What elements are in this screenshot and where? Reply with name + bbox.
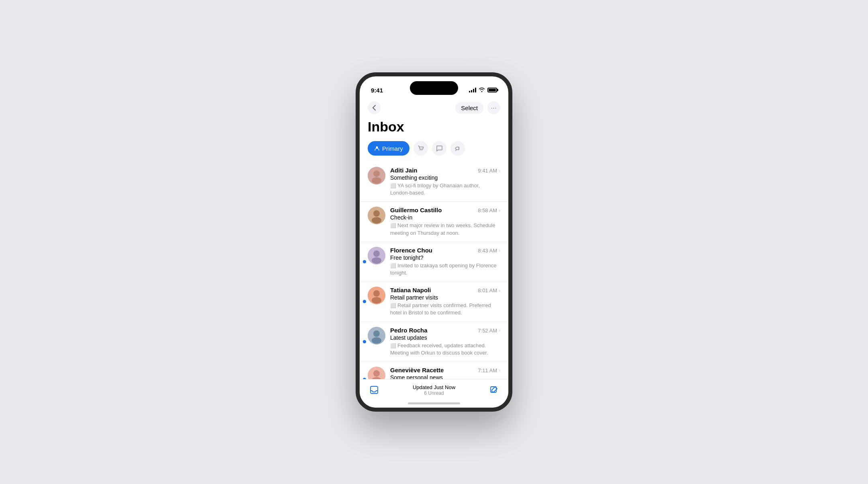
svg-point-13: [373, 290, 380, 297]
email-time-5: 7:52 AM: [478, 328, 497, 334]
compose-icon[interactable]: [487, 384, 500, 396]
email-meta-4: 8:01 AM ›: [478, 287, 500, 293]
email-content-1: Aditi Jain 9:41 AM › Something exciting …: [390, 167, 500, 197]
email-item-3[interactable]: Florence Chou 8:43 AM › Free tonight? ⬜I…: [360, 242, 508, 282]
select-button[interactable]: Select: [455, 102, 483, 114]
svg-point-8: [372, 217, 381, 224]
nav-actions: Select ···: [455, 101, 500, 114]
phone-inner: 9:41: [360, 76, 508, 408]
email-item-2[interactable]: Guillermo Castillo 8:58 AM › Check-in ⬜N…: [360, 202, 508, 242]
sender-pedro: Pedro Rocha: [390, 327, 428, 334]
email-item-4[interactable]: Tatiana Napoli 8:01 AM › Retail partner …: [360, 282, 508, 322]
email-subject-1: Something exciting: [390, 174, 500, 181]
sender-florence: Florence Chou: [390, 247, 432, 254]
unread-dot-4: [363, 300, 366, 303]
email-time-4: 8:01 AM: [478, 287, 497, 293]
status-icons: [469, 87, 497, 93]
unread-dot-3: [363, 260, 366, 263]
svg-point-2: [422, 150, 422, 151]
signal-icon: [469, 88, 476, 92]
email-meta-1: 9:41 AM ›: [478, 168, 500, 174]
svg-point-1: [420, 150, 420, 151]
email-subject-4: Retail partner visits: [390, 294, 500, 301]
avatar-aditi: [368, 167, 385, 185]
sender-guillermo: Guillermo Castillo: [390, 207, 442, 213]
chevron-2: ›: [499, 208, 500, 213]
email-preview-2: ⬜Next major review in two weeks. Schedul…: [390, 222, 500, 236]
email-time-3: 8:43 AM: [478, 248, 497, 254]
email-preview-1: ⬜YA sci-fi trilogy by Ghanaian author, L…: [390, 182, 500, 197]
email-time-2: 8:58 AM: [478, 207, 497, 213]
email-header-5: Pedro Rocha 7:52 AM ›: [390, 327, 500, 334]
sender-tatiana: Tatiana Napoli: [390, 287, 431, 293]
tab-shopping[interactable]: [414, 141, 428, 156]
svg-point-11: [372, 257, 381, 264]
chevron-1: ›: [499, 168, 500, 174]
email-preview-5: ⬜Feedback received, updates attached. Me…: [390, 342, 500, 357]
unread-dot-5: [363, 340, 366, 343]
svg-point-19: [373, 370, 380, 377]
updated-text: Updated Just Now: [413, 384, 455, 390]
battery-icon: [487, 88, 497, 92]
email-meta-5: 7:52 AM ›: [478, 328, 500, 334]
email-content-2: Guillermo Castillo 8:58 AM › Check-in ⬜N…: [390, 207, 500, 236]
avatar-pedro: [368, 327, 385, 345]
email-subject-3: Free tonight?: [390, 254, 500, 261]
tab-promotions[interactable]: [450, 141, 465, 156]
tab-primary-label: Primary: [382, 145, 403, 152]
sender-genevieve: Geneviève Racette: [390, 367, 444, 373]
chevron-4: ›: [499, 288, 500, 293]
email-content-5: Pedro Rocha 7:52 AM › Latest updates ⬜Fe…: [390, 327, 500, 357]
nav-bar: Select ···: [360, 98, 508, 117]
unread-count: 6 Unread: [413, 390, 455, 396]
inbox-icon[interactable]: [368, 384, 381, 396]
email-item-1[interactable]: Aditi Jain 9:41 AM › Something exciting …: [360, 162, 508, 202]
svg-point-16: [373, 330, 380, 337]
tab-primary[interactable]: Primary: [368, 141, 409, 156]
chevron-3: ›: [499, 248, 500, 253]
bottom-center-info: Updated Just Now 6 Unread: [413, 384, 455, 396]
chevron-6: ›: [499, 367, 500, 373]
email-list: Aditi Jain 9:41 AM › Something exciting …: [360, 162, 508, 398]
dynamic-island: [410, 81, 458, 95]
svg-point-17: [372, 337, 381, 344]
email-preview-3: ⬜Invited to izakaya soft opening by Flor…: [390, 262, 500, 277]
sender-aditi: Aditi Jain: [390, 167, 418, 174]
tabs-container: Primary: [360, 141, 508, 162]
email-content-4: Tatiana Napoli 8:01 AM › Retail partner …: [390, 287, 500, 316]
wifi-icon: [479, 87, 485, 93]
chevron-5: ›: [499, 328, 500, 333]
bottom-bar-content: Updated Just Now 6 Unread: [368, 384, 500, 396]
svg-point-7: [373, 210, 380, 217]
email-header-3: Florence Chou 8:43 AM ›: [390, 247, 500, 254]
svg-rect-21: [371, 386, 378, 394]
svg-point-10: [373, 250, 380, 257]
status-time: 9:41: [371, 87, 383, 94]
svg-point-4: [373, 170, 380, 177]
avatar-florence: [368, 247, 385, 265]
home-indicator: [408, 402, 460, 404]
phone-frame: 9:41: [356, 72, 512, 412]
email-header-2: Guillermo Castillo 8:58 AM ›: [390, 207, 500, 213]
email-meta-2: 8:58 AM ›: [478, 207, 500, 213]
back-button[interactable]: [368, 101, 381, 114]
email-header-1: Aditi Jain 9:41 AM ›: [390, 167, 500, 174]
email-header-6: Geneviève Racette 7:11 AM ›: [390, 367, 500, 373]
svg-point-14: [372, 297, 381, 304]
more-button[interactable]: ···: [487, 101, 500, 114]
svg-point-5: [372, 177, 381, 184]
page-title: Inbox: [360, 117, 508, 141]
email-content-3: Florence Chou 8:43 AM › Free tonight? ⬜I…: [390, 247, 500, 277]
email-subject-2: Check-in: [390, 214, 500, 221]
avatar-tatiana: [368, 287, 385, 304]
email-meta-3: 8:43 AM ›: [478, 248, 500, 254]
email-subject-5: Latest updates: [390, 334, 500, 341]
email-header-4: Tatiana Napoli 8:01 AM ›: [390, 287, 500, 293]
avatar-guillermo: [368, 207, 385, 224]
email-meta-6: 7:11 AM ›: [478, 367, 500, 373]
email-time-1: 9:41 AM: [478, 168, 497, 174]
email-item-5[interactable]: Pedro Rocha 7:52 AM › Latest updates ⬜Fe…: [360, 322, 508, 362]
tab-chat[interactable]: [432, 141, 446, 156]
email-time-6: 7:11 AM: [478, 367, 497, 373]
email-preview-4: ⬜Retail partner visits confirmed. Prefer…: [390, 302, 500, 316]
